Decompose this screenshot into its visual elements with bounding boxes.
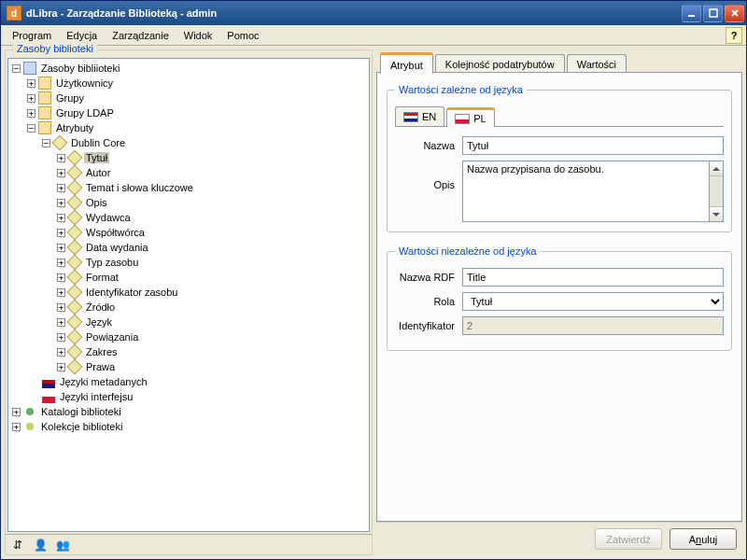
attribute-icon bbox=[68, 196, 81, 209]
folder-icon bbox=[38, 91, 51, 105]
window-title: dLibra - Zarządzanie Biblioteką - admin bbox=[26, 7, 680, 19]
attribute-icon bbox=[68, 181, 81, 194]
database-icon bbox=[23, 62, 36, 75]
tree-root[interactable]: Zasoby bibliioteki bbox=[39, 63, 121, 74]
lang-independent-legend: Wartości niezależne od języka bbox=[395, 245, 541, 257]
identyfikator-field bbox=[462, 316, 724, 335]
tree-dc-jezyk[interactable]: Język bbox=[84, 316, 114, 328]
attribute-icon bbox=[68, 241, 81, 254]
tree-users[interactable]: Użytkownicy bbox=[54, 77, 115, 89]
left-panel-title: Zasoby biblioteki bbox=[13, 43, 97, 54]
attribute-icon bbox=[68, 360, 81, 373]
tree-lang-ui[interactable]: Języki interfejsu bbox=[58, 391, 134, 402]
attribute-icon bbox=[68, 271, 81, 284]
rdf-label: Nazwa RDF bbox=[395, 272, 462, 283]
catalogs-icon bbox=[23, 405, 36, 418]
tab-kolejnosc[interactable]: Kolejność podatrybutów bbox=[435, 54, 565, 73]
tree-lang-meta[interactable]: Języki metadanych bbox=[58, 376, 149, 387]
tree-dc-wydawca[interactable]: Wydawca bbox=[84, 212, 133, 223]
collections-icon bbox=[23, 420, 36, 433]
attribute-icon bbox=[68, 211, 81, 224]
cancel-button[interactable]: Anuluj bbox=[669, 528, 737, 550]
menu-pomoc[interactable]: Pomoc bbox=[219, 28, 266, 43]
nazwa-input[interactable] bbox=[462, 136, 724, 155]
flag-en-icon bbox=[403, 112, 418, 122]
attribute-icon bbox=[68, 166, 81, 179]
rola-label: Rola bbox=[395, 296, 462, 307]
maximize-button[interactable] bbox=[703, 5, 723, 22]
lang-dependent-legend: Wartości zależne od języka bbox=[395, 84, 527, 95]
left-panel: Zasoby biblioteki −Zasoby bibliioteki +U… bbox=[5, 49, 373, 555]
opis-scrollbar[interactable] bbox=[709, 161, 724, 222]
status-icon-1[interactable]: ⇵ bbox=[11, 539, 24, 552]
rola-select[interactable]: Tytuł bbox=[462, 292, 724, 311]
attribute-icon bbox=[53, 136, 66, 149]
close-button[interactable] bbox=[725, 5, 744, 22]
flag-pl-icon bbox=[42, 390, 55, 403]
menu-widok[interactable]: Widok bbox=[176, 28, 220, 43]
tree-dc-prawa[interactable]: Prawa bbox=[84, 361, 117, 372]
svg-rect-1 bbox=[710, 9, 717, 17]
tree-dublin-core[interactable]: Dublin Core bbox=[69, 137, 127, 148]
tree-dc-data[interactable]: Data wydania bbox=[84, 242, 150, 253]
confirm-button: Zatwierdź bbox=[595, 528, 662, 550]
tree-dc-zakres[interactable]: Zakres bbox=[84, 346, 120, 357]
right-panel: Atrybut Kolejność podatrybutów Wartości … bbox=[376, 49, 742, 555]
tree-dc-opis[interactable]: Opis bbox=[84, 197, 109, 208]
tree-groups-ldap[interactable]: Grupy LDAP bbox=[54, 107, 116, 119]
status-icon-2[interactable]: 👤 bbox=[34, 539, 47, 552]
app-icon: d bbox=[7, 6, 21, 21]
language-tabs: EN PL bbox=[395, 106, 724, 127]
attribute-icon bbox=[68, 315, 81, 329]
resource-tree[interactable]: −Zasoby bibliioteki +Użytkownicy +Grupy … bbox=[7, 58, 370, 532]
nazwa-label: Nazwa bbox=[395, 140, 462, 151]
menu-zarzadzanie[interactable]: Zarządzanie bbox=[105, 28, 176, 43]
folder-icon bbox=[38, 77, 51, 90]
app-window: d dLibra - Zarządzanie Biblioteką - admi… bbox=[0, 0, 747, 560]
svg-rect-0 bbox=[688, 15, 695, 17]
tree-groups[interactable]: Grupy bbox=[54, 92, 86, 104]
context-help-icon[interactable]: ? bbox=[726, 27, 742, 44]
tree-dc-autor[interactable]: Autor bbox=[84, 167, 112, 178]
tab-wartosci[interactable]: Wartości bbox=[567, 54, 627, 73]
tree-collections[interactable]: Kolekcje biblioteki bbox=[39, 421, 124, 432]
left-statusbar: ⇵ 👤 👥 bbox=[6, 534, 372, 554]
flag-pl-icon bbox=[455, 114, 470, 124]
scroll-down-button[interactable] bbox=[710, 206, 723, 221]
lang-tab-en[interactable]: EN bbox=[395, 106, 444, 126]
attribute-icon bbox=[68, 345, 81, 358]
titlebar: d dLibra - Zarządzanie Biblioteką - admi… bbox=[1, 1, 746, 25]
flag-en-icon bbox=[42, 375, 55, 388]
folder-icon bbox=[38, 121, 51, 134]
tree-dc-identyfikator[interactable]: Identyfikator zasobu bbox=[84, 287, 179, 298]
tree-dc-temat[interactable]: Temat i słowa kluczowe bbox=[84, 182, 195, 193]
lang-tab-pl[interactable]: PL bbox=[446, 107, 494, 127]
minimize-button[interactable] bbox=[682, 5, 701, 22]
attribute-icon bbox=[68, 286, 81, 299]
scroll-up-button[interactable] bbox=[710, 161, 723, 176]
button-bar: Zatwierdź Anuluj bbox=[376, 522, 742, 555]
tree-dc-zrodlo[interactable]: Źródło bbox=[84, 301, 117, 313]
attribute-icon bbox=[68, 301, 81, 314]
tree-attributes[interactable]: Atrybuty bbox=[54, 122, 95, 133]
lang-independent-group: Wartości niezależne od języka Nazwa RDF … bbox=[387, 245, 732, 351]
attribute-icon bbox=[68, 330, 81, 343]
tree-dc-wspoltworca[interactable]: Współtwórca bbox=[84, 227, 147, 238]
menu-program[interactable]: Program bbox=[5, 28, 59, 43]
tree-dc-tytul[interactable]: Tytuł bbox=[84, 152, 109, 163]
opis-label: Opis bbox=[395, 161, 462, 190]
identyfikator-label: Identyfikator bbox=[395, 320, 462, 331]
menu-edycja[interactable]: Edycja bbox=[59, 28, 105, 43]
tree-catalogs[interactable]: Katalogi biblioteki bbox=[39, 406, 123, 417]
menubar: Program Edycja Zarządzanie Widok Pomoc ? bbox=[1, 25, 746, 46]
tab-atrybut[interactable]: Atrybut bbox=[380, 52, 433, 74]
tab-content: Wartości zależne od języka EN PL Nazwa O… bbox=[376, 73, 742, 522]
status-icon-3[interactable]: 👥 bbox=[56, 539, 69, 552]
tabstrip: Atrybut Kolejność podatrybutów Wartości bbox=[376, 49, 742, 73]
tree-dc-typ[interactable]: Typ zasobu bbox=[84, 257, 140, 268]
tree-dc-format[interactable]: Format bbox=[84, 272, 120, 283]
tree-dc-powiazania[interactable]: Powiązania bbox=[84, 331, 140, 343]
rdf-input[interactable] bbox=[462, 268, 724, 287]
opis-textarea[interactable]: Nazwa przypisana do zasobu. bbox=[462, 161, 709, 222]
attribute-icon bbox=[68, 256, 81, 269]
